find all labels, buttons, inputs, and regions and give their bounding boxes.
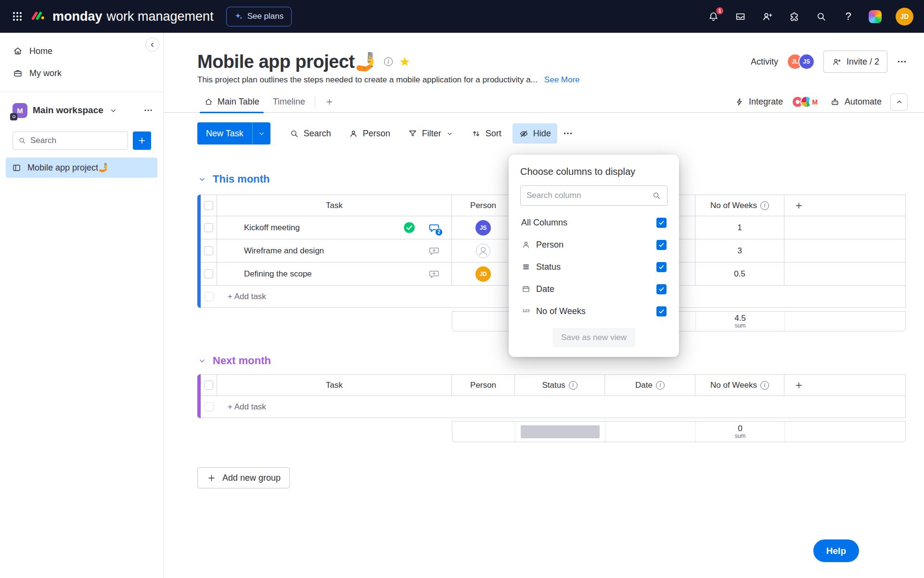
column-header-date[interactable]: Datei <box>605 375 695 395</box>
task-cell[interactable]: Defining the scope <box>217 263 452 285</box>
tab-main-table[interactable]: Main Table <box>197 92 266 113</box>
open-conversation-icon[interactable]: 2 <box>427 221 441 235</box>
add-column-button[interactable] <box>784 195 905 216</box>
column-toggle-status[interactable]: Status <box>520 256 667 278</box>
checked-checkbox[interactable] <box>656 240 667 250</box>
checked-checkbox[interactable] <box>656 262 667 272</box>
sidebar-item-board[interactable]: Mobile app project🤳 <box>6 158 157 178</box>
task-cell[interactable]: Kickoff meeting 2 <box>217 216 452 239</box>
weeks-cell[interactable]: 0.5 <box>695 263 784 285</box>
sidebar-item-home[interactable]: Home <box>6 41 157 61</box>
notifications-bell-icon[interactable]: 1 <box>707 10 720 23</box>
save-as-new-view-button[interactable]: Save as new view <box>552 328 635 347</box>
add-column-button[interactable] <box>784 375 905 395</box>
add-task-label[interactable]: + Add task <box>217 396 905 418</box>
sidebar-search-field[interactable] <box>30 136 123 145</box>
group-title-this-month[interactable]: This month <box>197 173 270 185</box>
toolbar-hide-button[interactable]: Hide <box>513 123 557 144</box>
row-checkbox[interactable] <box>204 246 213 255</box>
empty-cell <box>784 239 905 262</box>
favorite-star-icon[interactable]: ★ <box>399 55 411 68</box>
info-icon[interactable]: i <box>760 381 769 390</box>
new-task-split-button: New Task <box>197 122 270 144</box>
apps-marketplace-icon[interactable] <box>788 10 801 23</box>
group-title-next-month[interactable]: Next month <box>197 355 271 367</box>
checked-checkbox[interactable] <box>656 218 667 228</box>
invite-members-icon[interactable] <box>761 10 774 23</box>
person-placeholder-icon[interactable] <box>475 243 491 259</box>
person-cell[interactable] <box>452 239 515 262</box>
sidebar-collapse-button[interactable] <box>145 38 159 52</box>
apps-grid-icon[interactable] <box>11 10 24 23</box>
see-more-link[interactable]: See More <box>544 75 580 85</box>
toolbar-search-button[interactable]: Search <box>283 123 337 144</box>
user-avatar[interactable]: JD <box>896 8 913 26</box>
tab-timeline[interactable]: Timeline <box>266 92 312 113</box>
see-plans-label: See plans <box>247 12 284 21</box>
toolbar-sort-button[interactable]: Sort <box>465 123 508 144</box>
column-header-task[interactable]: Task <box>217 375 452 395</box>
products-switcher-icon[interactable] <box>869 10 882 23</box>
new-task-caret-button[interactable] <box>252 122 270 144</box>
column-header-weeks[interactable]: No of Weeksi <box>695 375 784 395</box>
toolbar-more-button[interactable] <box>562 128 574 139</box>
task-name[interactable]: Wireframe and design <box>244 246 324 256</box>
column-header-task[interactable]: Task <box>217 195 452 216</box>
column-toggle-person[interactable]: Person <box>520 234 667 256</box>
row-checkbox[interactable] <box>204 223 213 232</box>
add-task-row[interactable]: + Add task <box>201 396 906 418</box>
automate-button[interactable]: Automate <box>830 97 882 107</box>
toolbar-filter-button[interactable]: Filter <box>401 123 460 144</box>
person-cell[interactable]: JD <box>452 263 515 285</box>
workspace-selector[interactable]: M Main workspace <box>0 99 163 122</box>
avatar[interactable]: JD <box>475 266 491 282</box>
column-search-field[interactable] <box>526 191 648 200</box>
activity-avatars[interactable]: JL JS <box>787 53 815 70</box>
invite-button[interactable]: Invite / 2 <box>823 51 887 73</box>
column-toggle-date[interactable]: Date <box>520 278 667 300</box>
add-new-group-button[interactable]: Add new group <box>197 467 290 488</box>
column-header-weeks[interactable]: No of Weeksi <box>695 195 784 216</box>
integrate-button[interactable]: Integrate <box>734 97 783 107</box>
add-view-button[interactable] <box>318 92 341 113</box>
new-task-button[interactable]: New Task <box>197 122 252 144</box>
sidebar-search-input[interactable] <box>13 131 128 150</box>
add-conversation-icon[interactable] <box>427 267 441 281</box>
person-cell[interactable]: JS <box>452 216 515 239</box>
board-info-icon[interactable]: i <box>384 57 393 66</box>
inbox-icon[interactable] <box>734 10 747 23</box>
sidebar-item-my-work[interactable]: My work <box>6 64 157 83</box>
help-button[interactable]: Help <box>813 539 859 562</box>
checked-checkbox[interactable] <box>656 284 667 294</box>
weeks-cell[interactable]: 1 <box>695 216 784 239</box>
row-checkbox[interactable] <box>204 269 213 278</box>
toolbar-person-button[interactable]: Person <box>342 123 397 144</box>
search-icon[interactable] <box>815 10 828 23</box>
collapse-header-button[interactable] <box>890 93 908 111</box>
select-all-checkbox[interactable] <box>204 381 213 390</box>
add-board-button[interactable] <box>133 131 151 150</box>
summary-date-cell <box>605 421 696 442</box>
column-toggle-no-of-weeks[interactable]: ¹²³ No of Weeks <box>520 300 667 322</box>
see-plans-button[interactable]: See plans <box>226 7 292 26</box>
task-cell[interactable]: Wireframe and design <box>217 239 452 262</box>
activity-label[interactable]: Activity <box>751 57 778 67</box>
add-conversation-icon[interactable] <box>427 244 441 258</box>
select-all-checkbox[interactable] <box>204 201 213 210</box>
info-icon[interactable]: i <box>569 381 578 390</box>
task-name[interactable]: Kickoff meeting <box>244 223 300 233</box>
column-toggle-all-columns[interactable]: All Columns <box>520 211 667 234</box>
column-header-person[interactable]: Person <box>452 195 515 216</box>
weeks-cell[interactable]: 3 <box>695 239 784 262</box>
help-icon[interactable]: ? <box>842 10 855 23</box>
checked-checkbox[interactable] <box>656 306 667 316</box>
task-name[interactable]: Defining the scope <box>244 269 312 279</box>
column-search-input[interactable] <box>520 185 667 206</box>
workspace-menu-button[interactable] <box>143 105 154 116</box>
column-header-status[interactable]: Statusi <box>515 375 605 395</box>
info-icon[interactable]: i <box>656 381 665 390</box>
board-menu-button[interactable] <box>896 56 908 67</box>
avatar[interactable]: JS <box>475 220 491 236</box>
info-icon[interactable]: i <box>760 201 769 210</box>
column-header-person[interactable]: Person <box>452 375 515 395</box>
